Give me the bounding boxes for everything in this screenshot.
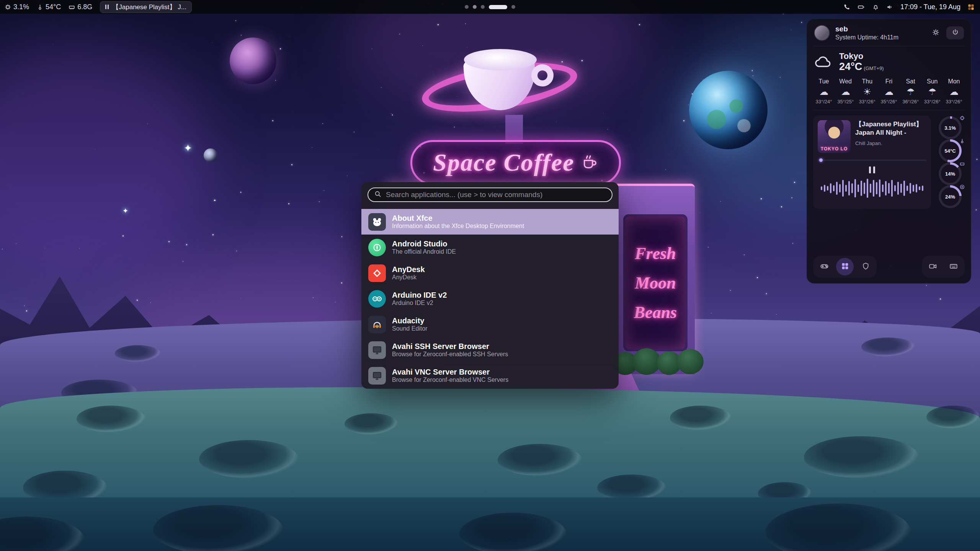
battery-icon[interactable] — [857, 3, 865, 11]
phone-icon[interactable] — [843, 3, 850, 11]
apps-grid-icon — [841, 262, 849, 271]
launcher-item-android-studio[interactable]: Android Studio The official Android IDE — [361, 235, 619, 260]
app-title: Avahi SSH Server Browser — [392, 342, 489, 350]
arduino-icon — [368, 290, 386, 308]
app-subtitle: Sound Editor — [392, 325, 428, 332]
gamepad-icon — [820, 262, 829, 272]
launcher-search — [368, 187, 612, 202]
screen-record-button[interactable] — [924, 258, 942, 276]
gear-icon — [932, 29, 939, 37]
video-camera-icon — [929, 262, 937, 272]
workspace-dot[interactable] — [511, 5, 515, 9]
clock[interactable]: 17:09 - Tue, 19 Aug — [900, 3, 960, 11]
media-player-card: TOKYO LO 【Japanese Playlist】 Japan All N… — [813, 116, 931, 209]
android-studio-icon — [368, 239, 386, 256]
app-title: Avahi VNC Server Browser — [392, 368, 490, 376]
media-title: 【Japanese Playlist】 Japan All Night - To… — [855, 120, 926, 138]
monitor-icon — [368, 367, 386, 385]
weather-icon: ☂ — [901, 85, 921, 99]
app-grid-icon[interactable] — [967, 3, 975, 11]
launcher-item-avahi-vnc[interactable]: Avahi VNC Server Browser Browse for Zero… — [361, 363, 619, 388]
bush — [632, 348, 661, 375]
weather-icon: ☂ — [922, 85, 942, 99]
moon-ground-foreground — [0, 497, 980, 551]
topbar-media-pill[interactable]: 【Japanese Playlist】 J... — [100, 1, 192, 13]
cpu-gauge: 3.1% — [939, 116, 962, 139]
launcher-item-about-xfce[interactable]: About Xfce Information about the Xfce De… — [361, 209, 619, 235]
workspace-dot[interactable] — [465, 5, 469, 9]
workspace-dot[interactable] — [473, 5, 477, 9]
forecast-day: Sun ☂ 33°/26° — [922, 78, 942, 104]
window-neon-text: Moon — [635, 273, 676, 293]
keyboard-button[interactable] — [945, 258, 962, 276]
weather-widget: Tokyo 24°C(GMT+9) Tue ☁ 33°/24° Wed ☁ 35… — [807, 46, 971, 110]
quick-actions-right — [922, 256, 965, 278]
launcher-item-audacity[interactable]: Audacity Sound Editor — [361, 311, 619, 337]
workspace-dot[interactable] — [481, 5, 485, 9]
pause-button[interactable] — [865, 165, 879, 175]
security-button[interactable] — [857, 258, 874, 276]
media-progress-slider[interactable] — [818, 158, 926, 162]
cpu-usage-indicator: 3.1% — [5, 3, 29, 11]
floating-cup-rim — [464, 49, 537, 70]
system-uptime: System Uptime: 4h11m — [835, 34, 898, 41]
temperature-indicator: 54°C — [37, 3, 61, 11]
app-subtitle: Browse for Zeroconf-enabled SSH Servers — [392, 351, 508, 357]
search-input[interactable] — [386, 191, 606, 199]
workspace-active-pill[interactable] — [489, 5, 507, 9]
media-artist: Chill Japan. — [855, 140, 926, 146]
launcher-item-arduino[interactable]: Arduino IDE v2 Arduino IDE v2 — [361, 286, 619, 311]
thermometer-icon — [960, 138, 965, 145]
app-title: Arduino IDE v2 — [392, 291, 447, 299]
username: seb — [835, 25, 898, 33]
weather-icon: ☁ — [814, 85, 834, 99]
app-subtitle: Browse for Zeroconf-enabled VNC Servers — [392, 377, 508, 383]
user-card: seb System Uptime: 4h11m — [807, 19, 971, 46]
xfce-mouse-icon — [368, 213, 386, 231]
pause-icon — [105, 5, 109, 9]
launcher-item-avahi-ssh[interactable]: Avahi SSH Server Browser Browse for Zero… — [361, 337, 619, 363]
weather-icon: ☁ — [879, 85, 899, 99]
neon-sign-text: Space Coffee — [433, 148, 574, 177]
progress-knob[interactable] — [819, 158, 823, 162]
forecast-day: Wed ☁ 35°/25° — [836, 78, 856, 104]
cpu-icon — [5, 4, 11, 10]
window-neon-text: Beans — [634, 303, 677, 322]
system-stats-column: 3.1% 54°C 14% 24% — [936, 116, 965, 209]
app-subtitle: AnyDesk — [392, 274, 416, 280]
weather-city: Tokyo — [839, 52, 884, 61]
app-subtitle: The official Android IDE — [392, 248, 456, 255]
controller-button[interactable] — [815, 258, 833, 276]
app-launcher: About Xfce Information about the Xfce De… — [361, 182, 619, 389]
cpu-icon — [960, 115, 965, 122]
workspace-switcher[interactable] — [465, 5, 515, 9]
power-icon — [952, 29, 959, 37]
forecast-day: Mon ☁ 33°/26° — [944, 78, 964, 104]
monitor-icon — [368, 341, 386, 359]
top-panel: 3.1% 54°C 6.8G 【Japanese Playlist】 J... — [0, 0, 980, 14]
launcher-item-anydesk[interactable]: AnyDesk AnyDesk — [361, 260, 619, 286]
weather-temp: 24°C — [839, 61, 862, 72]
shop-window: Fresh Moon Beans — [623, 214, 688, 351]
audacity-icon — [368, 316, 386, 333]
avatar — [814, 25, 830, 41]
cloud-icon — [814, 54, 833, 71]
app-subtitle: Information about the Xfce Desktop Envir… — [392, 223, 524, 229]
memory-gauge: 14% — [939, 162, 962, 185]
settings-button[interactable] — [929, 26, 942, 39]
disk-gauge: 24% — [939, 185, 962, 208]
memory-icon — [960, 161, 965, 168]
anydesk-icon — [368, 264, 386, 282]
bell-icon[interactable] — [872, 3, 879, 11]
keyboard-icon — [949, 262, 958, 272]
power-button[interactable] — [946, 26, 964, 39]
weather-icon: ☁ — [836, 85, 856, 99]
quick-actions-left — [813, 256, 877, 278]
weather-forecast: Tue ☁ 33°/24° Wed ☁ 35°/25° Thu ☀ 33°/26… — [814, 78, 964, 104]
forecast-day: Thu ☀ 33°/26° — [857, 78, 877, 104]
app-title: About Xfce — [392, 214, 433, 222]
apps-button[interactable] — [836, 258, 854, 276]
audio-waveform — [818, 176, 926, 200]
launcher-results-list: About Xfce Information about the Xfce De… — [361, 204, 619, 388]
volume-icon[interactable] — [886, 3, 893, 11]
